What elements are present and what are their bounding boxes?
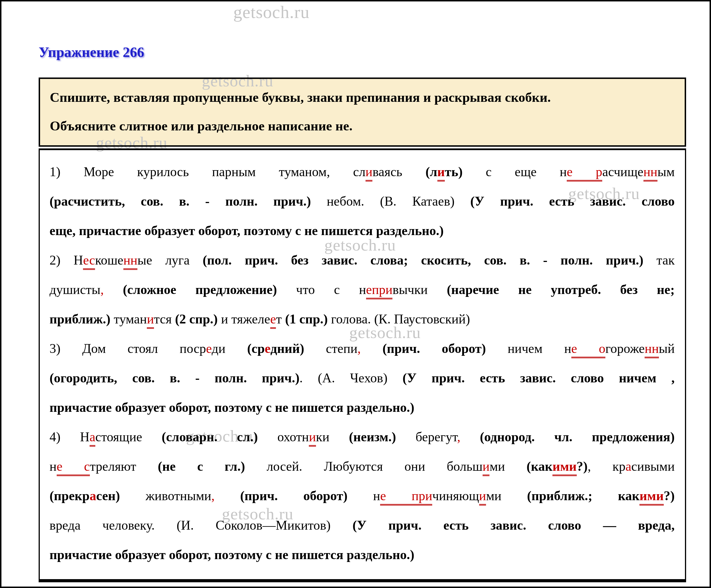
grammar-note: дний) [271,341,304,356]
grammar-note: (огородить, сов. в. - полн. прич.) [49,371,299,385]
sentence-text: что с н [277,282,366,297]
instruction-line-1: Спишите, вставляя пропущенные буквы, зна… [50,83,677,112]
inserted-letter: и [425,489,432,506]
inserted-letter: и [482,459,490,476]
sentence-text: туман [110,312,147,326]
content-line: (огородить, сов. в. - полн. прич.). (А. … [49,363,675,393]
sentence-text [215,489,240,503]
grammar-note: (сложное предложение) [123,282,277,297]
exercise-body: Спишите, вставляя пропущенные буквы, зна… [39,77,686,582]
grammar-note: (как [527,459,553,474]
inserted-letter: а [90,489,96,503]
content-line: не стреляют (не с гл.) лосей. Любуются о… [49,452,675,481]
sentence-text: 4) Н [49,430,90,444]
sentence-text: гороже [605,341,645,356]
content-line: 2) Нескошенные луга (пол. прич. без зави… [49,245,675,275]
grammar-note: (ср [247,341,264,356]
instruction-box: Спишите, вставляя пропущенные буквы, зна… [39,77,686,147]
sentence-text: охотн [258,430,309,444]
grammar-note: ть) [445,164,462,179]
content-line: причастие образует оборот, поэтому с не … [49,393,675,422]
sentence-text: ки [316,430,349,444]
sentence-text: сивыми [631,459,675,474]
sentence-text: и тяжеле [218,312,270,326]
inserted-letter: и [147,312,154,329]
grammar-note: еще, причастие образует оборот, поэтому … [49,223,444,238]
sentence-text: небом. (В. Катаев) [311,194,470,208]
grammar-note: (пол. прич. без завис. слова; скосить, с… [203,253,643,267]
inserted-letter: а [625,459,631,474]
grammar-note: (прич. оборот) [382,341,486,356]
sentence-text: . (А. Чехов) [299,371,403,385]
grammar-note: приближ.) [49,312,110,326]
sentence-text: ый [659,341,675,356]
sentence-text: ые луга [137,253,203,267]
sentence-text: степи [304,341,358,356]
sentence-text: лосей. Любуются они больш [245,459,482,474]
sentence-text: голова. (К. Паустовский) [328,312,470,326]
grammar-note: (У прич. есть завис. слово — вреда, [352,518,675,533]
grammar-note: сен) [96,489,120,503]
grammar-note: (прекр [49,489,90,503]
sentence-text: вычки [392,282,447,297]
sentence-text: н [347,489,380,503]
inserted-letter: е о [571,341,605,358]
content-line: приближ.) туманится (2 спр.) и тяжелеет … [49,304,675,334]
inserted-letter: , [457,430,460,444]
inserted-letter: епри [366,282,393,299]
watermark-text: getsoch.ru [233,2,310,22]
sentence-text: коше [95,253,123,267]
content-line: 3) Дом стоял посреди (средний) степи, (п… [49,334,675,363]
grammar-note: (расчистить, сов. в. - полн. прич.) [49,194,311,208]
content-line: еще, причастие образует оборот, поэтому … [49,216,675,245]
content-box: 1) Море курилось парным туманом, сливаяс… [39,149,686,582]
sentence-text: ым [658,164,675,179]
grammar-note: (У прич. есть завис. слово ничем , [403,371,675,385]
sentence-text: ничем н [486,341,571,356]
grammar-note: (2 спр.) [175,312,218,326]
inserted-letter: е [206,341,212,356]
inserted-letter: е с [57,459,90,476]
sentence-text: 3) Дом стоял поср [49,341,206,356]
sentence-text: треляют [90,459,158,474]
sentence-text: так [643,253,675,267]
grammar-note: (неизм.) [349,430,396,444]
inserted-letter: нн [643,164,658,182]
sentence-text: 2) Н [49,253,83,267]
page: getsoch.ru getsoch.ru getsoch.ru getsoch… [0,0,711,588]
grammar-note: (У прич. есть завис. слово [470,194,675,208]
grammar-note: (однород. чл. предложения) [480,430,675,444]
inserted-letter: и [366,164,373,182]
inserted-letter: и [309,430,316,447]
inserted-letter: ес [83,253,95,270]
grammar-note: (не с гл.) [158,459,245,474]
sentence-text: т [276,312,285,326]
grammar-note: ?) [664,489,675,503]
sentence-text: с еще н [462,164,567,179]
inserted-letter: нн [645,341,659,358]
instruction-line-2: Объясните слитное или раздельное написан… [50,112,677,140]
inserted-letter: и [479,489,486,506]
content-line: (расчистить, сов. в. - полн. прич.) небо… [49,186,675,216]
content-line: причастие образует оборот, поэтому с не … [49,540,675,569]
sentence-text: животными [120,489,211,503]
content-line: душисты, (сложное предложение) что с неп… [49,275,675,304]
sentence-text: ваясь [372,164,425,179]
inserted-letter: ими [553,459,577,476]
inserted-letter: и [437,164,445,182]
content-lines: 1) Море курилось парным туманом, сливаяс… [49,157,675,569]
content-line: (прекрасен) животными, (прич. оборот) не… [49,481,675,511]
exercise-title: Упражнение 266 [39,44,144,60]
sentence-text: берегут [396,430,457,444]
inserted-letter: , [358,341,361,356]
content-line: 4) Настоящие (словарн. сл.) охотники (не… [49,422,675,452]
grammar-note: причастие образует оборот, поэтому с не … [49,400,414,415]
sentence-text: чиняющ [432,489,479,503]
grammar-note: (прич. оборот) [240,489,347,503]
inserted-letter: е пр [380,489,425,506]
inserted-letter: е р [567,164,602,182]
grammar-note: (л [425,164,437,179]
sentence-text: ми [486,489,527,503]
sentence-text [361,341,382,356]
sentence-text: асчище [602,164,643,179]
